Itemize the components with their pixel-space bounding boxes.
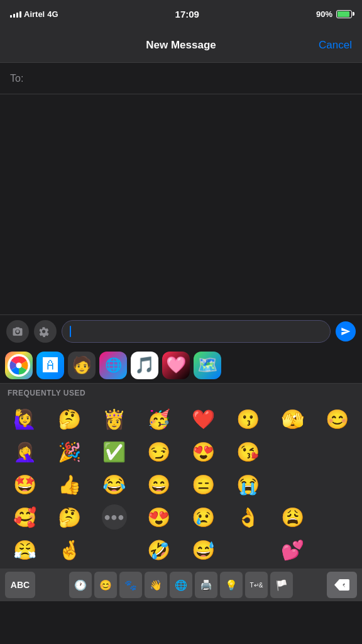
- signal-bars: [10, 10, 21, 18]
- backspace-key[interactable]: [327, 572, 357, 598]
- emoji-cell[interactable]: 😂: [92, 468, 136, 501]
- emoji-cell: [315, 435, 359, 468]
- status-right: 90%: [316, 9, 352, 19]
- header: New Message Cancel: [0, 28, 362, 63]
- emoji-cell: [92, 533, 136, 566]
- camera-button[interactable]: [6, 320, 29, 343]
- emoji-cell[interactable]: ❤️: [181, 402, 226, 435]
- app-memoji[interactable]: 🧑: [68, 352, 96, 379]
- input-bar: [0, 314, 362, 347]
- emoji-cell[interactable]: 🫣: [270, 402, 315, 435]
- keyboard-icon-row: 🕐 😊 🐾 👋 🌐 🖨️ 💡 T↵& 🏳️: [35, 572, 327, 598]
- emoji-key[interactable]: 😊: [94, 572, 117, 598]
- send-icon: [341, 326, 351, 336]
- app-music[interactable]: 🎵: [131, 352, 158, 379]
- hand-key[interactable]: 👋: [145, 572, 167, 598]
- app-photos[interactable]: [5, 352, 33, 379]
- app-strip: 🅰 🧑 🌐 🎵 🩷 🗺️: [0, 347, 362, 384]
- bulb-key[interactable]: 💡: [220, 572, 243, 598]
- globe-key[interactable]: 🌐: [170, 572, 192, 598]
- network-label: 4G: [47, 9, 58, 19]
- apps-button[interactable]: [34, 320, 57, 343]
- emoji-cell[interactable]: 🥰: [3, 501, 47, 533]
- emoji-cell[interactable]: 🙋‍♀️: [3, 402, 47, 435]
- maps-glyph: 🗺️: [197, 355, 217, 375]
- emoji-cell[interactable]: 😘: [226, 435, 270, 468]
- paw-key[interactable]: 🐾: [119, 572, 142, 598]
- emoji-cell: [315, 468, 359, 501]
- keyboard-section: FREQUENTLY USED 🙋‍♀️ 🤔 👸 🥳 ❤️ 😗 🫣 😊 🤦‍♀️…: [0, 384, 362, 569]
- emoji-cell[interactable]: 😏: [136, 435, 181, 468]
- appstore-glyph: 🅰: [43, 357, 58, 374]
- emoji-cell[interactable]: ✅: [92, 435, 136, 468]
- svg-point-1: [16, 362, 22, 368]
- status-time: 17:09: [175, 9, 199, 19]
- emoji-cell[interactable]: 🤩: [3, 468, 47, 501]
- emoji-cell[interactable]: ●●●: [92, 501, 136, 533]
- send-button[interactable]: [336, 321, 356, 341]
- battery-percent: 90%: [316, 9, 332, 19]
- emoji-cell[interactable]: 🥳: [136, 402, 181, 435]
- emoji-cell[interactable]: 😍: [136, 501, 181, 533]
- app-appstore[interactable]: 🅰: [36, 352, 64, 379]
- header-title: New Message: [146, 39, 216, 52]
- cursor: [70, 326, 71, 337]
- emoji-cell[interactable]: 👍: [47, 468, 92, 501]
- emoji-cell[interactable]: 😄: [136, 468, 181, 501]
- emoji-cell[interactable]: 🤦‍♀️: [3, 435, 47, 468]
- emoji-cell[interactable]: 👌: [226, 501, 270, 533]
- flag-key[interactable]: 🏳️: [270, 572, 293, 598]
- emoji-cell[interactable]: 🎉: [47, 435, 92, 468]
- clock-key[interactable]: 🕐: [69, 572, 92, 598]
- app-maps[interactable]: 🗺️: [194, 352, 221, 379]
- backspace-icon: [334, 579, 349, 591]
- message-area[interactable]: [0, 94, 362, 314]
- emoji-cell[interactable]: 👸: [92, 402, 136, 435]
- clips-glyph: 🩷: [166, 355, 186, 375]
- apps-icon: [40, 326, 51, 337]
- to-label: To:: [10, 73, 23, 84]
- emoji-cell[interactable]: 🤔: [47, 402, 92, 435]
- emoji-cell: [315, 533, 359, 566]
- emoji-cell[interactable]: 😭: [226, 468, 270, 501]
- abc-key[interactable]: ABC: [5, 572, 35, 598]
- emoji-cell[interactable]: 😗: [226, 402, 270, 435]
- emoji-cell[interactable]: 😊: [315, 402, 359, 435]
- emoji-cell: [270, 435, 315, 468]
- to-input[interactable]: [28, 73, 352, 84]
- emoji-cell[interactable]: 😢: [181, 501, 226, 533]
- emoji-cell[interactable]: 💕: [270, 533, 315, 566]
- giphy-glyph: 🌐: [105, 357, 122, 374]
- emoji-cell: [226, 533, 270, 566]
- keyboard-bottom-bar: ABC 🕐 😊 🐾 👋 🌐 🖨️ 💡 T↵& 🏳️: [0, 569, 362, 601]
- emoji-cell: [315, 501, 359, 533]
- emoji-cell[interactable]: 🤣: [136, 533, 181, 566]
- status-bar: Airtel 4G 17:09 90%: [0, 0, 362, 28]
- emoji-cell[interactable]: 🤔: [47, 501, 92, 533]
- app-clips[interactable]: 🩷: [162, 352, 190, 379]
- emoji-cell[interactable]: 😩: [270, 501, 315, 533]
- message-input-wrap[interactable]: [62, 320, 331, 343]
- camera-icon: [12, 326, 23, 337]
- status-left: Airtel 4G: [10, 9, 58, 19]
- photos-icon: [8, 354, 30, 377]
- symbols-key[interactable]: T↵&: [245, 572, 268, 598]
- app-giphy[interactable]: 🌐: [99, 352, 127, 379]
- emoji-cell: [270, 468, 315, 501]
- printer-key[interactable]: 🖨️: [195, 572, 217, 598]
- emoji-cell[interactable]: 😅: [181, 533, 226, 566]
- to-field[interactable]: To:: [0, 63, 362, 94]
- cancel-button[interactable]: Cancel: [319, 39, 352, 52]
- emoji-cell[interactable]: 🤞: [47, 533, 92, 566]
- carrier-label: Airtel: [24, 9, 45, 19]
- emoji-cell[interactable]: 😤: [3, 533, 47, 566]
- emoji-cell[interactable]: 😍: [181, 435, 226, 468]
- memoji-glyph: 🧑: [72, 355, 92, 375]
- music-glyph: 🎵: [134, 355, 155, 375]
- emoji-grid: 🙋‍♀️ 🤔 👸 🥳 ❤️ 😗 🫣 😊 🤦‍♀️ 🎉 ✅ 😏 😍 😘 🤩 👍 😂…: [0, 400, 362, 569]
- emoji-cell[interactable]: 😑: [181, 468, 226, 501]
- battery-icon: [336, 10, 352, 18]
- frequently-used-label: FREQUENTLY USED: [0, 384, 362, 400]
